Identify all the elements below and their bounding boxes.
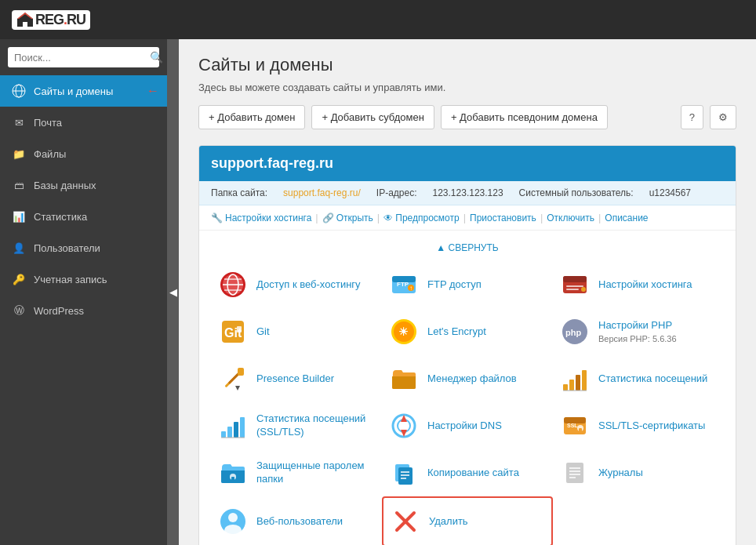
sys-user-value: u1234567 (649, 187, 691, 198)
sidebar-item-mail[interactable]: ✉ Почта (0, 107, 167, 138)
svg-rect-17 (563, 276, 587, 282)
ftp-label: FTP доступ (427, 278, 482, 292)
domain-meta: Папка сайта: support.faq-reg.ru/ IP-адре… (199, 181, 736, 205)
ssl-cert-icon: SSL (559, 410, 591, 441)
disable-link[interactable]: Отключить (547, 213, 594, 223)
globe-icon (12, 84, 26, 98)
svg-rect-33 (563, 384, 568, 391)
file-manager-label: Менеджер файлов (427, 372, 517, 386)
svg-point-65 (228, 513, 238, 522)
ftp-icon: FTP ↑ (388, 269, 420, 300)
php-settings-item[interactable]: php Настройки PHP Версия PHP: 5.6.36 (553, 308, 724, 355)
add-alias-label: + Добавить псевдоним домена (451, 111, 598, 123)
svg-marker-32 (235, 386, 240, 391)
svg-rect-38 (221, 431, 226, 438)
sidebar-item-account[interactable]: 🔑 Учетная запись (0, 263, 167, 295)
files-icon: 📁 (12, 147, 26, 161)
folder-link[interactable]: support.faq-reg.ru/ (283, 187, 361, 198)
sidebar-item-wordpress[interactable]: Ⓦ WordPress (0, 295, 167, 326)
search-wrap[interactable]: 🔍 (8, 47, 159, 67)
settings-button[interactable]: ⚙ (710, 105, 736, 129)
hosting-settings-icon (559, 269, 591, 300)
open-link[interactable]: 🔗 Открыть (322, 213, 373, 223)
git-item[interactable]: Git Git (211, 308, 382, 355)
sidebar-item-databases-label: Базы данных (34, 180, 96, 191)
protected-dirs-item[interactable]: Защищенные паролем папки (211, 449, 382, 496)
add-subdomain-button[interactable]: + Добавить субдомен (311, 105, 434, 129)
domain-name: support.faq-reg.ru (211, 155, 333, 171)
visit-stats-item[interactable]: Статистика посещений (553, 355, 724, 402)
arrow-icon: ← (147, 84, 159, 98)
add-domain-button[interactable]: + Добавить домен (198, 105, 305, 129)
sidebar-item-mail-label: Почта (34, 117, 62, 129)
web-hosting-item[interactable]: Доступ к веб-хостингу (211, 261, 382, 308)
sidebar-collapse-button[interactable]: ◀ (167, 39, 179, 545)
sidebar-item-sites-label: Сайты и домены (34, 85, 113, 97)
sidebar-item-sites[interactable]: Сайты и домены ← (0, 75, 167, 107)
visit-stats-icon (559, 363, 591, 394)
pause-link[interactable]: Приостановить (470, 213, 536, 223)
svg-rect-40 (234, 422, 238, 438)
delete-item[interactable]: Удалить (382, 496, 553, 545)
collapse-button[interactable]: ▲ СВЕРНУТЬ (436, 242, 498, 253)
svg-rect-36 (582, 370, 587, 391)
web-hosting-label: Доступ к веб-хостингу (256, 278, 361, 292)
svg-rect-59 (566, 463, 583, 483)
users-icon: 👤 (12, 241, 26, 255)
sidebar-item-users-label: Пользователи (34, 242, 100, 254)
icons-grid: Доступ к веб-хостингу FTP ↑ (211, 261, 724, 545)
copy-site-item[interactable]: Копирование сайта (382, 449, 553, 496)
file-manager-item[interactable]: Менеджер файлов (382, 355, 553, 402)
svg-rect-31 (238, 368, 244, 376)
web-users-label: Веб-пользователи (256, 515, 343, 529)
svg-rect-55 (398, 467, 413, 485)
hosting-settings-link[interactable]: 🔧 Настройки хостинга (211, 213, 311, 223)
presence-builder-item[interactable]: Presence Builder (211, 355, 382, 402)
toolbar: + Добавить домен + Добавить субдомен + Д… (198, 105, 736, 129)
svg-marker-0 (17, 13, 33, 27)
letsencrypt-icon: ☀ (388, 316, 420, 347)
search-input[interactable] (14, 52, 146, 64)
sidebar-item-statistics[interactable]: 📊 Статистика (0, 201, 167, 232)
ftp-item[interactable]: FTP ↑ FTP доступ (382, 261, 553, 308)
domain-header: support.faq-reg.ru (199, 146, 736, 181)
svg-text:FTP: FTP (397, 281, 409, 288)
logo-text: REG.RU (35, 12, 85, 28)
databases-icon: 🗃 (12, 178, 26, 192)
ssl-cert-item[interactable]: SSL SSL/TLS-сертификаты (553, 402, 724, 449)
logo-house-icon (16, 12, 34, 27)
svg-point-66 (224, 525, 242, 536)
logs-label: Журналы (598, 467, 643, 480)
preview-link[interactable]: 👁 Предпросмотр (383, 213, 459, 223)
web-users-item[interactable]: Веб-пользователи (211, 496, 382, 545)
content-area: Сайты и домены Здесь вы можете создавать… (179, 39, 756, 545)
svg-text:☀: ☀ (398, 325, 409, 338)
ssl-cert-label: SSL/TLS-сертификаты (598, 420, 705, 433)
page-title: Сайты и домены (198, 55, 736, 75)
copy-site-label: Копирование сайта (427, 467, 519, 480)
hosting-settings-item[interactable]: Настройки хостинга (553, 261, 724, 308)
sidebar-item-users[interactable]: 👤 Пользователи (0, 232, 167, 263)
add-alias-button[interactable]: + Добавить псевдоним домена (441, 105, 608, 129)
dns-settings-item[interactable]: Настройки DNS (382, 402, 553, 449)
sidebar-item-files[interactable]: 📁 Файлы (0, 138, 167, 169)
git-label: Git (256, 325, 270, 339)
svg-text:SSL: SSL (567, 423, 578, 428)
search-icon: 🔍 (150, 51, 163, 64)
domain-card: support.faq-reg.ru Папка сайта: support.… (198, 145, 736, 545)
header: REG.RU (0, 0, 756, 39)
add-subdomain-label: + Добавить субдомен (322, 111, 423, 123)
sidebar-item-databases[interactable]: 🗃 Базы данных (0, 169, 167, 201)
svg-point-20 (581, 287, 586, 292)
sidebar-item-account-label: Учетная запись (34, 274, 107, 285)
logs-item[interactable]: Журналы (553, 449, 724, 496)
stats-ssl-item[interactable]: Статистика посещений (SSL/TLS) (211, 402, 382, 449)
description-link[interactable]: Описание (605, 213, 648, 223)
svg-rect-53 (231, 477, 234, 481)
stats-ssl-icon (217, 410, 249, 441)
help-button[interactable]: ? (681, 105, 703, 129)
protected-dirs-label: Защищенные паролем папки (256, 460, 376, 486)
git-icon: Git (217, 316, 249, 347)
letsencrypt-item[interactable]: ☀ Let's Encrypt (382, 308, 553, 355)
svg-text:↑: ↑ (409, 285, 413, 292)
